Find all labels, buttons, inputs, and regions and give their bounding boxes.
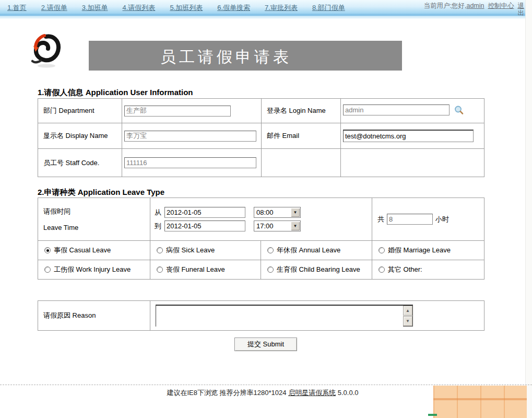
leave-type-cell: 病假 Sick Leave xyxy=(150,241,261,260)
total-hours-input[interactable] xyxy=(387,214,433,225)
leave-type-other-label: 其它 Other: xyxy=(388,265,422,274)
leave-time-label-en: Leave Time xyxy=(43,219,150,236)
submit-button[interactable]: 提交 Submit xyxy=(234,338,297,351)
empty-cell xyxy=(341,149,484,177)
table-row: 员工号 Staff Code. xyxy=(38,149,484,177)
to-time-value: 17:00 xyxy=(256,222,274,230)
nav-item-approval-list[interactable]: 7.审批列表 xyxy=(265,3,298,13)
leave-type-marriage[interactable]: 婚假 Marriage Leave xyxy=(379,246,484,255)
leave-type-annual-label: 年休假 Annual Leave xyxy=(277,246,340,255)
leave-type-casual[interactable]: 事假 Casual Leave xyxy=(44,246,150,255)
leave-type-work-injury-radio[interactable] xyxy=(44,266,51,273)
leave-type-work-injury[interactable]: 工伤假 Work Injury Leave xyxy=(44,265,150,274)
staff-code-input[interactable] xyxy=(124,157,256,168)
from-date-input[interactable] xyxy=(164,207,245,218)
total-hours-cell: 共 小时 xyxy=(372,198,484,241)
search-icon[interactable] xyxy=(454,105,464,117)
leave-type-cell: 事假 Casual Leave xyxy=(38,241,150,260)
leave-type-sick-label: 病假 Sick Leave xyxy=(166,246,215,255)
nav-item-overtime-form[interactable]: 3.加班单 xyxy=(82,3,108,13)
chevron-down-icon[interactable]: ▼ xyxy=(291,222,300,230)
footer-system-link[interactable]: 启明星请假系统 xyxy=(288,389,336,397)
display-name-label: 显示名 Display Name xyxy=(43,132,108,140)
leave-type-cell: 丧假 Funeral Leave xyxy=(150,260,261,280)
leave-type-cell: 婚假 Marriage Leave xyxy=(372,241,484,260)
leave-type-cell: 年休假 Annual Leave xyxy=(261,241,372,260)
section1-heading: 1.请假人信息 Application User Information xyxy=(38,88,193,98)
nav-item-home[interactable]: 1.首页 xyxy=(7,3,27,13)
reason-textarea-box: ▲ ▼ xyxy=(156,305,413,327)
form-title-banner: 员工请假申请表 xyxy=(89,41,402,71)
chevron-down-icon[interactable]: ▼ xyxy=(291,208,300,217)
logout-link[interactable]: 退出 xyxy=(518,2,525,17)
to-time-select[interactable]: 17:00▼ xyxy=(254,220,301,231)
email-input[interactable] xyxy=(343,130,474,142)
leave-type-funeral-radio[interactable] xyxy=(157,266,163,273)
empty-cell xyxy=(262,149,341,177)
leave-type-casual-label: 事假 Casual Leave xyxy=(54,246,111,255)
reason-row: 请假原因 Reason ▲ ▼ xyxy=(38,301,484,331)
nav-item-leave-form[interactable]: 2.请假单 xyxy=(41,3,67,13)
login-name-label-cell: 登录名 Login Name xyxy=(262,99,341,123)
current-user-area: 当前用户:您好,admin控制中心退出 xyxy=(422,2,524,17)
nav-item-leave-list[interactable]: 4.请假列表 xyxy=(123,3,156,13)
reason-label-cell: 请假原因 Reason xyxy=(38,301,150,331)
login-name-input-cell xyxy=(341,99,484,123)
to-label: 到 xyxy=(155,222,161,231)
login-name-input[interactable] xyxy=(343,104,450,115)
footer-version: 5.0.0.0 xyxy=(336,389,358,397)
department-label-cell: 部门 Department xyxy=(38,99,122,123)
top-nav: 1.首页 2.请假单 3.加班单 4.请假列表 5.加班列表 6.假单搜索 7.… xyxy=(0,0,532,16)
department-input[interactable] xyxy=(124,106,231,117)
leave-type-other-radio[interactable] xyxy=(379,266,385,273)
staff-code-label: 员工号 Staff Code. xyxy=(43,159,99,167)
email-label-cell: 邮件 Email xyxy=(262,123,341,149)
nav-item-leave-search[interactable]: 6.假单搜索 xyxy=(217,3,250,13)
leave-type-marriage-label: 婚假 Marriage Leave xyxy=(388,246,451,255)
leave-type-funeral[interactable]: 丧假 Funeral Leave xyxy=(157,265,261,274)
leave-type-cell: 工伤假 Work Injury Leave xyxy=(38,260,150,280)
login-name-label: 登录名 Login Name xyxy=(267,107,326,114)
leave-type-other[interactable]: 其它 Other: xyxy=(379,265,484,274)
nav-item-overtime-list[interactable]: 5.加班列表 xyxy=(170,3,203,13)
leave-type-annual[interactable]: 年休假 Annual Leave xyxy=(267,246,372,255)
reason-label: 请假原因 Reason xyxy=(43,311,96,319)
staff-code-input-cell xyxy=(122,149,262,177)
current-user-prefix: 当前用户:您好, xyxy=(424,2,467,9)
display-name-input[interactable] xyxy=(124,131,256,142)
display-name-label-cell: 显示名 Display Name xyxy=(38,123,122,149)
leave-type-child-bearing[interactable]: 生育假 Child Bearing Leave xyxy=(267,265,372,274)
leave-time-inputs-cell: 从 08:00▼ 到 17:00▼ xyxy=(150,198,372,241)
scroll-up-icon[interactable]: ▲ xyxy=(403,306,412,316)
leave-type-annual-radio[interactable] xyxy=(267,247,274,253)
to-date-input[interactable] xyxy=(164,220,245,231)
reason-textarea[interactable] xyxy=(156,306,403,327)
leave-type-casual-radio[interactable] xyxy=(44,247,51,253)
page-scrollbar-track[interactable] xyxy=(525,0,532,418)
decorative-green-sliver xyxy=(428,414,437,416)
leave-type-work-injury-label: 工伤假 Work Injury Leave xyxy=(54,265,131,274)
leave-type-marriage-radio[interactable] xyxy=(379,247,385,253)
control-center-link[interactable]: 控制中心 xyxy=(488,2,514,9)
scroll-down-icon[interactable]: ▼ xyxy=(403,316,412,326)
footer-text: 建议在IE8下浏览 推荐分辨率1280*1024 xyxy=(167,389,288,397)
page-title: 员工请假申请表 xyxy=(89,41,402,68)
leave-type-sick[interactable]: 病假 Sick Leave xyxy=(157,246,261,255)
reason-input-cell: ▲ ▼ xyxy=(150,301,484,331)
company-swirl-logo xyxy=(31,33,62,69)
current-user-link[interactable]: admin xyxy=(466,2,484,9)
from-time-select[interactable]: 08:00▼ xyxy=(254,207,301,218)
leave-type-table: 请假时间 Leave Time 从 08:00▼ 到 17:00▼ xyxy=(38,198,484,280)
reason-scrollbar[interactable]: ▲ ▼ xyxy=(403,306,412,327)
footer-divider xyxy=(0,385,532,385)
user-info-table: 部门 Department 登录名 Login Name 显示名 Display… xyxy=(38,98,484,177)
section2-heading: 2.申请种类 Application Leave Type xyxy=(38,188,164,198)
leave-type-child-bearing-radio[interactable] xyxy=(267,266,274,273)
leave-type-sick-radio[interactable] xyxy=(157,247,163,253)
email-label: 邮件 Email xyxy=(267,132,299,140)
from-label: 从 xyxy=(155,208,161,217)
reason-table: 请假原因 Reason ▲ ▼ xyxy=(38,300,484,331)
nav-item-department-leave[interactable]: 8.部门假单 xyxy=(312,3,345,13)
department-input-cell xyxy=(122,99,262,123)
leave-time-row: 请假时间 Leave Time 从 08:00▼ 到 17:00▼ xyxy=(38,198,484,241)
